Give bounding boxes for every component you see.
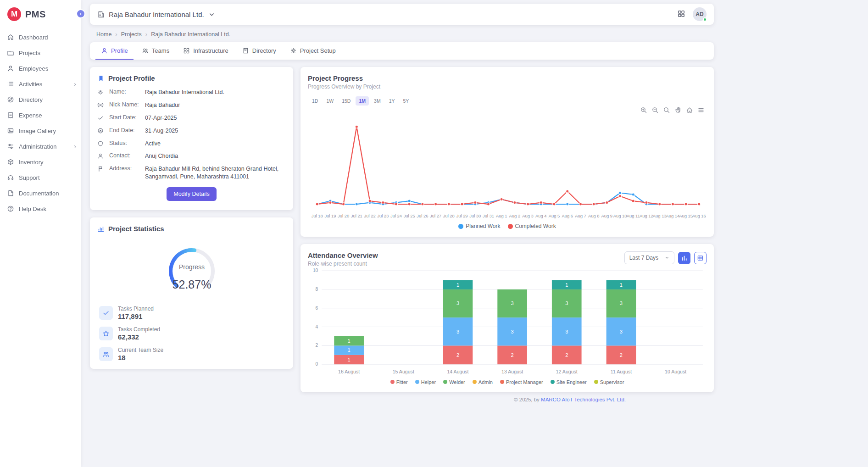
sidebar-item-label: Documentation bbox=[19, 190, 76, 197]
range-1w-button[interactable]: 1W bbox=[323, 96, 337, 106]
legend-welder[interactable]: Welder bbox=[443, 379, 465, 385]
directory-icon bbox=[7, 96, 14, 103]
sidebar-item-image-gallery[interactable]: Image Gallery bbox=[0, 123, 81, 139]
tab-teams[interactable]: Teams bbox=[136, 42, 175, 60]
tab-infrastructure[interactable]: Infrastructure bbox=[178, 42, 234, 60]
breadcrumb-item-home[interactable]: Home bbox=[96, 31, 111, 38]
zoom-out-icon[interactable] bbox=[651, 106, 659, 114]
field-value: Anuj Chordia bbox=[145, 152, 286, 160]
range-3m-button[interactable]: 3M bbox=[371, 96, 384, 106]
stat-icon-box bbox=[99, 306, 113, 320]
sidebar-item-label: Support bbox=[19, 174, 76, 181]
table-view-toggle[interactable] bbox=[694, 252, 707, 264]
flag-icon bbox=[97, 166, 104, 172]
field-label: Status: bbox=[109, 140, 143, 146]
teams-icon bbox=[142, 47, 149, 54]
sidebar-item-employees[interactable]: Employees bbox=[0, 61, 81, 76]
svg-text:3: 3 bbox=[456, 329, 459, 334]
sidebar-item-support[interactable]: Support bbox=[0, 170, 81, 185]
project-progress-chart[interactable]: Jul 18Jul 19Jul 20Jul 21Jul 22Jul 23Jul … bbox=[308, 114, 707, 221]
svg-text:15 August: 15 August bbox=[393, 369, 414, 375]
legend-helper[interactable]: Helper bbox=[415, 379, 436, 385]
sidebar-nav: DashboardProjectsEmployeesActivities›Dir… bbox=[0, 29, 81, 217]
line-chart-svg: Jul 18Jul 19Jul 20Jul 21Jul 22Jul 23Jul … bbox=[308, 114, 707, 221]
user-menu[interactable]: AD bbox=[693, 7, 707, 21]
sidebar-item-label: Expense bbox=[19, 112, 76, 119]
chart-toolbar bbox=[308, 106, 705, 114]
tab-project-setup[interactable]: Project Setup bbox=[284, 42, 341, 60]
range-5y-button[interactable]: 5Y bbox=[400, 96, 412, 106]
zoom-in-icon[interactable] bbox=[640, 106, 647, 114]
range-1m-button[interactable]: 1M bbox=[356, 96, 369, 106]
breadcrumb-separator: › bbox=[115, 31, 117, 38]
svg-text:Jul 19: Jul 19 bbox=[324, 213, 336, 218]
legend-planned-work[interactable]: Planned Work bbox=[458, 223, 500, 229]
company-selector[interactable]: Raja Bahadur International Ltd. bbox=[97, 11, 216, 18]
bar-view-toggle[interactable] bbox=[678, 252, 690, 264]
apps-grid-button[interactable] bbox=[677, 10, 685, 19]
sidebar-item-dashboard[interactable]: Dashboard bbox=[0, 29, 81, 45]
support-icon bbox=[7, 174, 14, 181]
legend-site-engineer[interactable]: Site Engineer bbox=[551, 379, 587, 385]
svg-text:1: 1 bbox=[348, 348, 351, 353]
footer-link[interactable]: MARCO AIoT Technologies Pvt. Ltd. bbox=[541, 397, 626, 402]
sidebar-item-inventory[interactable]: Inventory bbox=[0, 154, 81, 170]
zoom-selection-icon[interactable] bbox=[663, 106, 670, 114]
svg-text:Jul 21: Jul 21 bbox=[351, 213, 362, 218]
legend-project-manager[interactable]: Project Manager bbox=[500, 379, 543, 385]
legend-label: Site Engineer bbox=[556, 379, 587, 385]
svg-text:3: 3 bbox=[620, 329, 623, 334]
stat-tasks-completed: Tasks Completed62,332 bbox=[99, 326, 286, 341]
progress-gauge: Progress52.87% bbox=[97, 239, 286, 300]
attendance-chart[interactable]: 024681011116 August15 August233114 Augus… bbox=[308, 267, 707, 377]
date-range-select[interactable]: Last 7 Days bbox=[624, 251, 674, 264]
legend-label: Project Manager bbox=[506, 379, 543, 385]
legend-supervisor[interactable]: Supervisor bbox=[594, 379, 624, 385]
svg-text:3: 3 bbox=[511, 329, 514, 334]
svg-text:Jul 25: Jul 25 bbox=[404, 213, 415, 218]
range-15d-button[interactable]: 15D bbox=[339, 96, 354, 106]
menu-icon[interactable] bbox=[697, 106, 705, 114]
sidebar-item-administration[interactable]: Administration› bbox=[0, 139, 81, 154]
legend-admin[interactable]: Admin bbox=[473, 379, 493, 385]
range-1y-button[interactable]: 1Y bbox=[386, 96, 398, 106]
field-label: Contact: bbox=[109, 152, 143, 159]
gauge-value: 52.87% bbox=[172, 278, 211, 291]
sidebar-item-documentation[interactable]: Documentation bbox=[0, 185, 81, 201]
sidebar-item-directory[interactable]: Directory bbox=[0, 92, 81, 107]
teams-icon bbox=[102, 350, 110, 358]
shield-icon bbox=[97, 140, 104, 147]
sidebar-item-activities[interactable]: Activities› bbox=[0, 76, 81, 92]
legend-dot bbox=[508, 224, 513, 229]
chart-title: Attendance Overview bbox=[308, 251, 378, 259]
modify-details-button[interactable]: Modify Details bbox=[167, 187, 217, 201]
legend-label: Helper bbox=[421, 379, 436, 385]
building-icon bbox=[97, 11, 105, 18]
legend-completed-work[interactable]: Completed Work bbox=[508, 223, 556, 229]
svg-text:Aug 11: Aug 11 bbox=[627, 213, 640, 218]
home-icon[interactable] bbox=[686, 106, 693, 114]
field-value: 31-Aug-2025 bbox=[145, 127, 286, 135]
stat-icon-box bbox=[99, 347, 113, 361]
chevron-down-icon bbox=[208, 11, 216, 18]
sidebar-item-expense[interactable]: Expense bbox=[0, 107, 81, 123]
tab-profile[interactable]: Profile bbox=[95, 42, 134, 60]
sidebar-collapse-button[interactable]: ‹ bbox=[76, 9, 85, 18]
field-value: 07-Apr-2025 bbox=[145, 114, 286, 122]
stat-items: Tasks Planned117,891Tasks Completed62,33… bbox=[97, 306, 286, 361]
pan-icon[interactable] bbox=[674, 106, 682, 114]
tab-directory[interactable]: Directory bbox=[237, 42, 282, 60]
profile-field-status-: Status:Active bbox=[97, 140, 286, 148]
sidebar-item-help-desk[interactable]: Help Desk bbox=[0, 201, 81, 217]
grid-icon bbox=[183, 47, 190, 54]
administration-icon bbox=[7, 143, 14, 150]
svg-text:Aug 5: Aug 5 bbox=[549, 213, 560, 218]
sidebar-item-label: Dashboard bbox=[19, 34, 76, 41]
breadcrumb-item-projects[interactable]: Projects bbox=[121, 31, 142, 38]
employees-icon bbox=[7, 65, 14, 72]
legend-fitter[interactable]: Fitter bbox=[390, 379, 408, 385]
svg-text:Jul 18: Jul 18 bbox=[312, 213, 323, 218]
sidebar-item-projects[interactable]: Projects bbox=[0, 45, 81, 61]
range-1d-button[interactable]: 1D bbox=[309, 96, 321, 106]
gear-icon bbox=[97, 89, 104, 95]
